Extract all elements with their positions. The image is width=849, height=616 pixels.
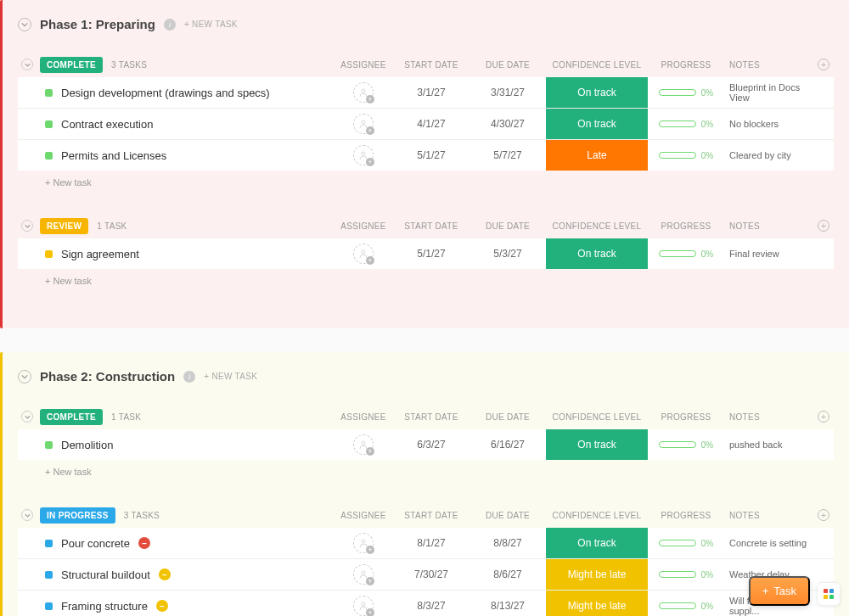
notes-cell[interactable]: Blueprint in Docs View [724,82,813,103]
due-date-cell[interactable]: 5/7/27 [469,149,546,161]
chevron-down-icon [25,223,31,229]
progress-cell[interactable]: 0% [659,570,713,580]
add-task-fab[interactable]: + Task [749,576,810,606]
start-date-cell[interactable]: 5/1/27 [393,248,469,260]
assignee-placeholder[interactable]: + [353,244,374,264]
progress-cell[interactable]: 0% [659,120,713,129]
task-row[interactable]: Contract execution + 4/1/27 4/30/27 On t… [18,109,834,140]
collapse-group-button[interactable] [21,220,33,232]
assignee-placeholder[interactable]: + [353,145,374,165]
notes-cell[interactable]: Concrete is setting [724,538,813,548]
status-chip[interactable]: IN PROGRESS [40,507,115,524]
confidence-pill[interactable]: Might be late [546,559,648,590]
assignee-placeholder[interactable]: + [353,434,374,455]
due-date-cell[interactable]: 5/3/27 [469,248,546,260]
task-row[interactable]: Sign agreement + 5/1/27 5/3/27 On track … [18,238,834,269]
chevron-down-icon [21,373,28,380]
progress-cell[interactable]: 0% [659,539,713,548]
col-start-date: START DATE [393,511,469,520]
new-task-row[interactable]: + New task [18,460,834,477]
task-name: Structural buildout [61,568,150,581]
task-list: Sign agreement + 5/1/27 5/3/27 On track … [18,238,834,269]
status-square [45,250,53,258]
col-assignee: ASSIGNEE [334,60,393,70]
due-date-cell[interactable]: 3/31/27 [469,87,546,98]
due-date-cell[interactable]: 8/13/27 [469,600,546,612]
progress-cell[interactable]: 0% [659,602,713,611]
start-date-cell[interactable]: 5/1/27 [393,149,469,161]
start-date-cell[interactable]: 8/1/27 [393,537,469,549]
confidence-pill[interactable]: On track [546,528,648,558]
due-date-cell[interactable]: 8/8/27 [469,537,546,549]
assignee-placeholder[interactable]: + [353,596,374,616]
new-task-row[interactable]: + New task [18,269,834,286]
due-date-cell[interactable]: 8/6/27 [469,568,546,580]
collapse-group-button[interactable] [21,59,33,70]
task-row[interactable]: Framing structure – + 8/3/27 8/13/27 Mig… [18,591,834,616]
task-name: Framing structure [61,600,148,613]
assignee-placeholder[interactable]: + [353,564,374,585]
add-column-button[interactable]: + [818,509,829,521]
confidence-pill[interactable]: On track [546,109,648,139]
col-notes: NOTES [724,221,813,231]
col-progress: PROGRESS [648,60,724,70]
task-row[interactable]: Structural buildout – + 7/30/27 8/6/27 M… [18,559,834,591]
add-column-button[interactable]: + [818,59,829,70]
info-icon[interactable]: i [164,19,176,31]
start-date-cell[interactable]: 8/3/27 [393,600,469,612]
progress-cell[interactable]: 0% [659,249,713,259]
new-task-row[interactable]: + New task [18,171,834,188]
due-date-cell[interactable]: 6/16/27 [469,439,546,451]
collapse-group-button[interactable] [21,509,33,521]
progress-cell[interactable]: 0% [659,151,713,160]
col-assignee: ASSIGNEE [334,511,393,520]
start-date-cell[interactable]: 6/3/27 [393,439,469,451]
confidence-pill[interactable]: Might be late [546,591,648,616]
task-row[interactable]: Pour concrete – + 8/1/27 8/8/27 On track… [18,528,834,559]
status-chip[interactable]: COMPLETE [40,409,103,425]
task-row[interactable]: Permits and Licenses + 5/1/27 5/7/27 Lat… [18,140,834,171]
start-date-cell[interactable]: 7/30/27 [393,568,469,580]
svg-point-2 [362,152,365,155]
new-task-button[interactable]: + NEW TASK [184,20,238,29]
col-confidence: CONFIDENCE LEVEL [546,511,648,520]
confidence-pill[interactable]: On track [546,429,648,460]
info-icon[interactable]: i [183,371,195,383]
task-group: COMPLETE 3 TASKS ASSIGNEE START DATE DUE… [18,52,834,188]
add-column-button[interactable]: + [818,220,829,232]
task-list: Pour concrete – + 8/1/27 8/8/27 On track… [18,528,834,616]
notes-cell[interactable]: Cleared by city [724,150,813,160]
assignee-placeholder[interactable]: + [353,114,374,134]
task-row[interactable]: Demolition + 6/3/27 6/16/27 On track 0% … [18,429,834,460]
status-chip[interactable]: COMPLETE [40,57,103,73]
progress-cell[interactable]: 0% [659,440,713,450]
apps-button[interactable] [817,582,841,606]
assignee-placeholder[interactable]: + [353,533,374,553]
collapse-phase-button[interactable] [18,18,31,31]
col-confidence: CONFIDENCE LEVEL [546,412,648,422]
due-date-cell[interactable]: 4/30/27 [469,118,546,130]
task-list: Demolition + 6/3/27 6/16/27 On track 0% … [18,429,834,460]
task-row[interactable]: Design development (drawings and specs) … [18,77,834,109]
status-chip[interactable]: REVIEW [40,218,88,234]
notes-cell[interactable]: Final review [724,249,813,259]
confidence-pill[interactable]: Late [546,140,648,171]
start-date-cell[interactable]: 3/1/27 [393,87,469,98]
task-group: COMPLETE 1 TASK ASSIGNEE START DATE DUE … [18,404,834,477]
task-count: 1 TASK [97,221,127,231]
chevron-down-icon [25,62,31,68]
add-column-button[interactable]: + [818,411,829,423]
confidence-pill[interactable]: On track [546,238,648,269]
collapse-phase-button[interactable] [18,370,31,384]
notes-cell[interactable]: pushed back [724,440,813,450]
progress-cell[interactable]: 0% [659,88,713,98]
confidence-pill[interactable]: On track [546,77,648,108]
task-name: Demolition [61,439,113,451]
start-date-cell[interactable]: 4/1/27 [393,118,469,130]
notes-cell[interactable]: No blockers [724,119,813,129]
svg-point-3 [362,250,365,254]
plus-icon: + [762,585,769,597]
assignee-placeholder[interactable]: + [353,82,374,103]
collapse-group-button[interactable] [21,411,33,423]
new-task-button[interactable]: + NEW TASK [204,372,257,381]
